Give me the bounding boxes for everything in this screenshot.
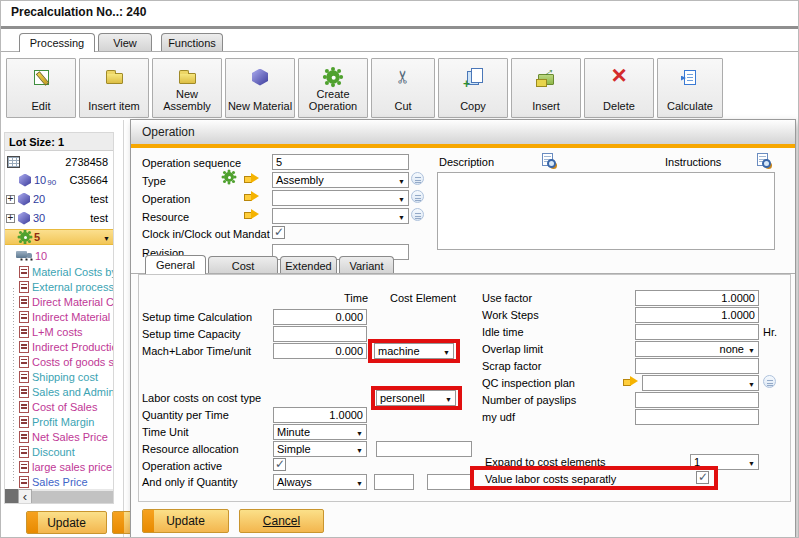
dialog-update-button[interactable]: Update (142, 509, 229, 533)
expand-icon[interactable] (6, 214, 15, 223)
operation-select[interactable] (272, 190, 409, 206)
tab-general[interactable]: General (145, 255, 206, 274)
tab-variant[interactable]: Variant (339, 256, 394, 274)
tab-cost[interactable]: Cost (208, 256, 278, 274)
tree-row-cost[interactable]: Discount (5, 444, 113, 460)
overlap-limit-select[interactable]: none (635, 341, 759, 357)
tree-row-precalc[interactable]: 2738458 (5, 154, 113, 170)
list-options-icon[interactable] (411, 172, 424, 185)
value-labor-costs-label: Value labor costs separatly (485, 473, 616, 485)
qc-inspection-plan-select[interactable] (642, 375, 759, 391)
expand-to-cost-elements-select[interactable]: 1 (690, 454, 759, 470)
number-of-payslips-label: Number of payslips (482, 394, 576, 406)
list-options-icon[interactable] (411, 190, 424, 203)
main-update-button[interactable]: Update (26, 511, 107, 534)
scrap-factor-input[interactable] (635, 358, 759, 374)
expand-to-cost-elements-label: Expand to cost elements (485, 456, 605, 468)
tree-row-shipping-10[interactable]: 10 (5, 248, 113, 264)
cut-button[interactable]: Cut (371, 58, 435, 118)
link-arrow-icon[interactable] (623, 376, 638, 387)
mach-labor-cost-element-select[interactable]: machine (374, 343, 454, 359)
tree-row-cost[interactable]: Costs of goods sold (5, 354, 113, 370)
quantity-to-input[interactable] (427, 474, 472, 490)
dialog-cancel-button[interactable]: Cancel (239, 509, 324, 533)
link-arrow-icon[interactable] (244, 191, 259, 202)
window-title: Precalculation No..: 240 (11, 5, 146, 19)
mach-labor-time-label: Mach+Labor Time/unit (142, 345, 251, 357)
scrollbar-track[interactable] (32, 491, 113, 503)
clock-mandatory-checkbox[interactable] (272, 226, 285, 239)
instructions-zoom-icon[interactable] (757, 153, 768, 166)
mach-labor-time-input[interactable]: 0.000 (273, 343, 367, 359)
work-steps-input[interactable]: 1.0000 (635, 307, 759, 323)
tree-row-cost[interactable]: L+M costs (5, 324, 113, 340)
idle-time-input[interactable] (635, 324, 759, 340)
create-operation-button[interactable]: Create Operation (298, 58, 368, 118)
use-factor-label: Use factor (482, 292, 532, 304)
link-arrow-icon[interactable] (244, 173, 259, 184)
my-udf-input[interactable] (635, 409, 759, 425)
tree-row-cost[interactable]: Sales Price (5, 474, 113, 490)
tree-row-cost[interactable]: Indirect Material Cos (5, 309, 113, 325)
edit-icon (34, 70, 49, 85)
operation-active-checkbox[interactable] (273, 458, 286, 471)
and-only-if-quantity-select[interactable]: Always (273, 474, 367, 490)
description-zoom-icon[interactable] (542, 153, 553, 166)
tree-row-item-10[interactable]: 1090 C35664 (5, 172, 113, 188)
operation-dialog: Operation Operation sequence 5 Type Asse… (130, 119, 796, 538)
time-unit-select[interactable]: Minute (273, 424, 367, 440)
tree-row-cost[interactable]: Profit Margin (5, 414, 113, 430)
quantity-per-time-input[interactable]: 1.0000 (273, 407, 367, 423)
tree-row-cost[interactable]: Shipping cost (5, 369, 113, 385)
new-assembly-button[interactable]: New Assembly (152, 58, 222, 118)
cube-icon (18, 193, 30, 206)
calculate-button[interactable]: Calculate (657, 58, 723, 118)
tab-processing[interactable]: Processing (19, 33, 95, 52)
operation-sequence-input[interactable]: 5 (272, 154, 409, 170)
labor-costs-cost-element-select[interactable]: personell (376, 390, 456, 406)
tree-row-cost[interactable]: External processing (5, 279, 113, 295)
quantity-from-input[interactable] (374, 474, 414, 490)
insert-button[interactable]: Insert (511, 58, 581, 118)
cube-icon (18, 212, 30, 225)
expand-icon[interactable] (6, 195, 15, 204)
setup-time-calculation-input[interactable]: 0.000 (273, 309, 367, 325)
edit-button[interactable]: Edit (6, 58, 76, 118)
description-textarea[interactable] (437, 172, 775, 250)
tab-extended[interactable]: Extended (280, 256, 337, 274)
time-column-header: Time (344, 292, 368, 304)
insert-item-button[interactable]: Insert item (79, 58, 149, 118)
setup-time-capacity-input[interactable] (273, 326, 367, 342)
tab-view[interactable]: View (98, 33, 152, 52)
new-material-button[interactable]: New Material (225, 58, 295, 118)
tree-row-cost[interactable]: Direct Material Cost (5, 294, 113, 310)
number-of-payslips-input[interactable] (635, 392, 759, 408)
value-labor-costs-checkbox[interactable] (696, 471, 709, 484)
tree-row-operation-5-selected[interactable]: 5 (5, 229, 113, 245)
resource-allocation-select[interactable]: Simple (273, 441, 367, 457)
copy-button[interactable]: Copy (438, 58, 508, 118)
material-cube-icon (252, 69, 268, 86)
tree-row-cost[interactable]: large sales price (5, 459, 113, 475)
tab-functions[interactable]: Functions (161, 33, 223, 52)
delete-button[interactable]: Delete (584, 58, 654, 118)
tree-row-item-20[interactable]: 20 test (5, 191, 113, 207)
link-arrow-icon[interactable] (244, 209, 259, 220)
tree-row-cost[interactable]: Sales and Administr. (5, 384, 113, 400)
gear-icon (19, 231, 31, 243)
tree-row-cost[interactable]: Indirect Production ( (5, 339, 113, 355)
tree-row-item-30[interactable]: 30 test (5, 210, 113, 226)
use-factor-input[interactable]: 1.0000 (635, 290, 759, 306)
tree-row-cost[interactable]: Material Costs by B (5, 264, 113, 280)
resource-select[interactable] (272, 208, 409, 224)
scroll-left-icon[interactable] (18, 489, 32, 504)
gear-icon (325, 69, 341, 85)
tree-row-cost[interactable]: Net Sales Price (5, 429, 113, 445)
cube-icon (19, 174, 31, 187)
type-select[interactable]: Assembly (272, 172, 409, 188)
list-options-icon[interactable] (411, 208, 424, 221)
resource-allocation-extra-input[interactable] (376, 441, 472, 457)
tree-row-cost[interactable]: Cost of Sales (5, 399, 113, 415)
list-options-icon[interactable] (763, 375, 776, 388)
tree-horizontal-scrollbar[interactable] (5, 489, 113, 504)
